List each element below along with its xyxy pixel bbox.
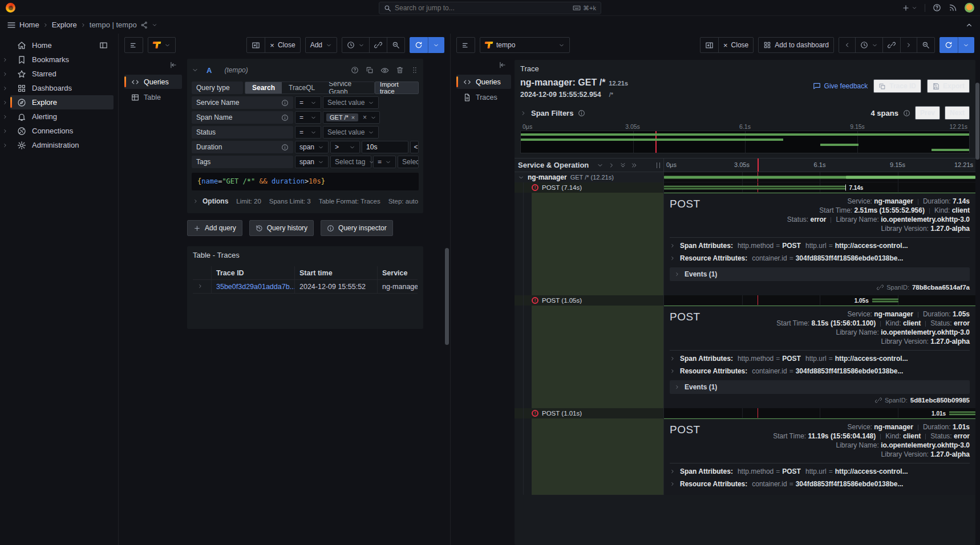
dock-left-icon[interactable] [99,41,108,50]
help-button[interactable] [933,3,941,12]
chevron-down-icon[interactable] [518,174,524,181]
chevron-down-icon[interactable] [152,22,157,28]
close-pane-button[interactable]: ×Close [265,37,300,53]
table-row[interactable]: 35be0f3d29a01adda7b...2024-12-09 15:55:5… [193,280,418,294]
span-id-value[interactable]: 5d81ebc850b09985 [910,397,970,404]
news-button[interactable] [949,3,957,12]
tags-value-select[interactable]: Select va [398,156,419,168]
link-icon[interactable] [875,397,882,404]
expand-one-icon[interactable] [608,162,615,169]
span-bar[interactable] [664,185,846,189]
span-row-timeline[interactable] [664,172,975,182]
open-split-button[interactable] [700,37,719,53]
span-attributes-toggle[interactable]: Span Attributes:http.method=POSThttp.url… [670,465,970,478]
resource-attributes-toggle[interactable]: Resource Attributes:container.id=304fd88… [670,252,970,265]
traceql-preview[interactable]: {name="GET /*" && duration>10s} [192,173,419,190]
import-trace-button[interactable]: Import trace [375,82,419,94]
sidebar-item-dashboards[interactable]: Dashboards [0,81,118,95]
span-name-value-select[interactable]: GET /*× × [323,111,380,124]
query-ref-id[interactable]: A [206,66,212,75]
share-icon[interactable] [140,21,148,29]
run-query-caret[interactable] [958,37,974,53]
collapse-one-icon[interactable] [597,162,604,169]
add-query-button[interactable]: Add query [187,220,242,236]
sidebar-item-bookmarks[interactable]: Bookmarks [0,52,118,67]
time-range-button[interactable] [855,37,883,53]
clear-icon[interactable]: × [363,113,367,121]
sidebar-item-connections[interactable]: Connections [0,124,118,138]
sidebar-item-starred[interactable]: Starred [0,67,118,81]
span-bar[interactable] [949,411,975,415]
span-attributes-toggle[interactable]: Span Attributes:http.method=POSThttp.url… [670,239,970,252]
span-id-value[interactable]: 78b8cbaa6514af7a [912,284,970,291]
duration-operator-select[interactable]: > [330,141,360,153]
query-inspector-button[interactable]: Query inspector [321,220,393,236]
left-pane-scrollbar[interactable] [445,248,449,345]
breadcrumb-item[interactable]: tempo | tempo [90,21,137,29]
open-split-button[interactable] [246,37,265,53]
add-to-dashboard-button[interactable]: Add to dashboard [758,37,834,53]
collapse-rail-icon[interactable] [499,61,507,69]
collapse-rail-icon[interactable] [169,61,177,69]
duplicate-query-icon[interactable] [366,66,374,74]
link-button[interactable] [882,37,901,53]
search-box[interactable]: ⌘+k [379,2,601,14]
zoom-out-button[interactable] [917,37,935,53]
events-toggle[interactable]: Events (1) [670,267,970,281]
span-row[interactable]: !POST (1.05s)1.05s [515,295,975,306]
chevron-right-icon[interactable] [0,57,10,63]
trace-id-button[interactable]: Trace ID [873,79,921,93]
add-button[interactable]: Add [305,37,337,53]
export-button[interactable]: Export [927,79,970,93]
resource-attributes-toggle[interactable]: Resource Attributes:container.id=304fd88… [670,478,970,490]
rail-item-traces[interactable]: Traces [456,90,511,104]
chevron-right-icon[interactable] [0,128,10,134]
query-type-search[interactable]: Search [245,82,282,93]
datasource-picker[interactable] [148,37,176,53]
remove-chip-icon[interactable]: × [351,114,355,121]
collapse-toolbar-icon[interactable] [965,21,973,29]
span-row-timeline[interactable]: 7.14s [664,182,975,193]
next-span-button[interactable]: Next [945,106,970,120]
span-row[interactable]: !POST (1.01s)1.01s [515,408,975,418]
span-name-chip[interactable]: GET /*× [326,113,358,121]
query-type-service-graph[interactable]: Service Graph [322,82,374,93]
column-header[interactable]: Start time [294,266,377,279]
run-query-button[interactable] [939,37,958,53]
collapse-all-icon[interactable] [619,162,626,169]
duration-scope-select[interactable]: span [295,141,329,153]
grafana-logo[interactable] [6,3,15,13]
chevron-right-icon[interactable] [0,143,10,148]
events-toggle[interactable]: Events (1) [670,380,970,394]
tags-tag-select[interactable]: Select tag [330,156,371,168]
span-name-operator-select[interactable]: = [295,111,321,124]
span-attributes-toggle[interactable]: Span Attributes:http.method=POSThttp.url… [670,352,970,365]
column-header[interactable]: Service [377,266,418,279]
sidebar-item-administration[interactable]: Administration [0,138,118,152]
avatar[interactable] [965,3,974,13]
search-input[interactable] [395,4,569,12]
chevron-right-icon[interactable] [520,110,527,116]
delete-query-icon[interactable] [396,66,404,74]
duration-max-operator-select[interactable]: < [410,141,419,153]
duration-value-input[interactable] [362,141,408,153]
status-operator-select[interactable]: = [295,126,321,139]
status-value-select[interactable]: Select value [323,126,379,139]
sidebar-item-home[interactable]: Home [0,38,118,52]
span-name[interactable]: !POST (7.14s) [515,182,664,193]
query-rows-button[interactable] [456,37,475,53]
zoom-out-button[interactable] [387,37,405,53]
tags-scope-select[interactable]: span [295,156,329,168]
minimap-canvas[interactable] [520,131,970,153]
time-shift-forward-button[interactable] [900,37,917,53]
query-help-icon[interactable] [351,66,359,74]
options-toggle[interactable]: Options [193,197,228,205]
breadcrumb-item[interactable]: Explore [52,21,77,29]
give-feedback-link[interactable]: Give feedback [813,82,868,90]
prev-span-button[interactable]: Prev [915,106,940,120]
service-name-operator-select[interactable]: = [295,96,321,109]
sidebar-item-explore[interactable]: Explore [0,95,118,109]
rail-item-queries[interactable]: Queries [124,75,182,89]
query-type-traceql[interactable]: TraceQL [282,82,322,93]
trace-id-link[interactable]: 35be0f3d29a01adda7b... [216,283,294,291]
